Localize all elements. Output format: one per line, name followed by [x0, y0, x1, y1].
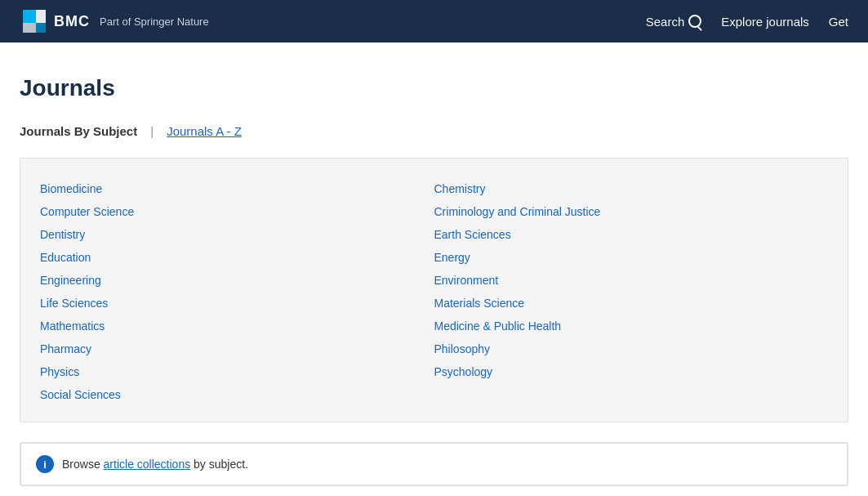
info-banner-wrapper: i Browse article collections by subject.	[20, 442, 848, 486]
subject-link-earth-sciences[interactable]: Earth Sciences	[434, 224, 829, 245]
subject-grid-container: Biomedicine Computer Science Dentistry E…	[20, 158, 848, 422]
subject-col-right: Chemistry Criminology and Criminal Justi…	[434, 178, 829, 405]
svg-marker-4	[36, 23, 46, 33]
header-right: Search Explore journals Get	[646, 15, 848, 29]
subject-link-psychology[interactable]: Psychology	[434, 361, 829, 382]
subject-link-energy[interactable]: Energy	[434, 247, 829, 268]
subject-col-left: Biomedicine Computer Science Dentistry E…	[40, 178, 434, 405]
info-prefix: Browse	[62, 458, 104, 471]
article-collections-link[interactable]: article collections	[104, 458, 191, 471]
subject-link-engineering[interactable]: Engineering	[40, 270, 434, 291]
info-banner: i Browse article collections by subject.	[20, 443, 848, 485]
subject-link-pharmacy[interactable]: Pharmacy	[40, 338, 434, 360]
bmc-logo-svg	[20, 7, 49, 36]
subject-link-philosophy[interactable]: Philosophy	[434, 338, 829, 360]
subject-link-mathematics[interactable]: Mathematics	[40, 315, 434, 337]
subject-link-criminology[interactable]: Criminology and Criminal Justice	[434, 201, 829, 222]
search-nav-label: Search	[646, 15, 685, 29]
bmc-logo[interactable]: BMC	[20, 7, 90, 36]
svg-marker-3	[23, 23, 36, 33]
main-content: Journals Journals By Subject | Journals …	[0, 42, 868, 496]
subject-grid: Biomedicine Computer Science Dentistry E…	[40, 178, 828, 405]
subject-link-materials-science[interactable]: Materials Science	[434, 293, 829, 314]
subject-link-education[interactable]: Education	[40, 247, 434, 268]
info-text: Browse article collections by subject.	[62, 458, 248, 471]
tab-divider: |	[150, 124, 154, 138]
subject-link-dentistry[interactable]: Dentistry	[40, 224, 434, 245]
subject-link-medicine-public-health[interactable]: Medicine & Public Health	[434, 315, 829, 337]
springer-nature-text: Part of Springer Nature	[100, 16, 209, 28]
subject-link-biomedicine[interactable]: Biomedicine	[40, 178, 434, 199]
subject-link-life-sciences[interactable]: Life Sciences	[40, 293, 434, 314]
subject-link-chemistry[interactable]: Chemistry	[434, 178, 829, 199]
subject-link-computer-science[interactable]: Computer Science	[40, 201, 434, 222]
subject-link-social-sciences[interactable]: Social Sciences	[40, 384, 434, 405]
search-nav-link[interactable]: Search	[646, 15, 702, 29]
subject-link-environment[interactable]: Environment	[434, 270, 829, 291]
logo-text: BMC	[54, 13, 90, 30]
explore-journals-link[interactable]: Explore journals	[721, 15, 809, 29]
svg-marker-1	[23, 10, 36, 23]
subject-link-physics[interactable]: Physics	[40, 361, 434, 382]
search-icon	[688, 15, 701, 28]
tab-journals-a-z[interactable]: Journals A - Z	[167, 124, 242, 138]
header-left: BMC Part of Springer Nature	[20, 7, 209, 36]
info-icon: i	[36, 455, 54, 473]
tab-journals-by-subject: Journals By Subject	[20, 124, 137, 138]
get-link[interactable]: Get	[829, 15, 848, 29]
site-header: BMC Part of Springer Nature Search Explo…	[0, 0, 868, 42]
tabs-row: Journals By Subject | Journals A - Z	[20, 124, 848, 138]
svg-marker-2	[36, 10, 46, 23]
info-suffix: by subject.	[190, 458, 248, 471]
page-title: Journals	[20, 75, 848, 101]
